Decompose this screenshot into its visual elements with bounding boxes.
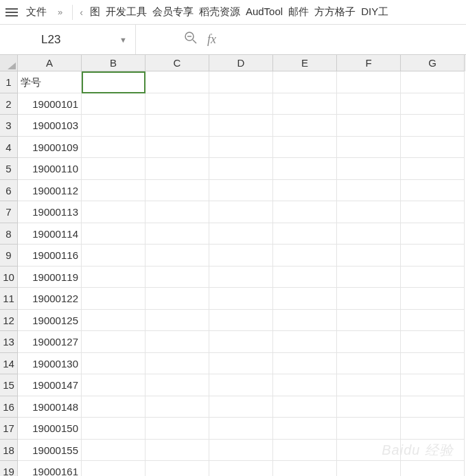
- cell-C1[interactable]: [145, 71, 209, 93]
- cell-B6[interactable]: [82, 180, 145, 202]
- cell-F10[interactable]: [337, 267, 401, 288]
- cell-B15[interactable]: [82, 374, 145, 396]
- cell-B19[interactable]: [82, 461, 145, 476]
- cell-E6[interactable]: [273, 180, 337, 202]
- row-header-9[interactable]: 9: [0, 245, 18, 267]
- cell-F4[interactable]: [337, 137, 401, 159]
- cell-F16[interactable]: [337, 396, 401, 418]
- cell-D3[interactable]: [209, 115, 273, 137]
- cell-F17[interactable]: [337, 418, 401, 440]
- cell-G7[interactable]: [401, 201, 465, 223]
- cell-E13[interactable]: [273, 331, 337, 353]
- cell-C2[interactable]: [145, 93, 209, 115]
- cell-F12[interactable]: [337, 310, 401, 332]
- cell-G17[interactable]: [401, 418, 465, 440]
- cell-G2[interactable]: [401, 93, 465, 115]
- cell-D18[interactable]: [209, 440, 273, 462]
- cell-C5[interactable]: [145, 158, 209, 180]
- cell-B18[interactable]: [82, 440, 145, 462]
- ribbon-tab-3[interactable]: 稻壳资源: [196, 5, 243, 19]
- cell-C11[interactable]: [145, 288, 209, 310]
- hamburger-icon[interactable]: [4, 8, 19, 16]
- cell-G9[interactable]: [401, 245, 465, 267]
- cell-B11[interactable]: [82, 288, 145, 310]
- cell-E17[interactable]: [273, 418, 337, 440]
- cell-A6[interactable]: 19000112: [18, 180, 82, 202]
- cell-G3[interactable]: [401, 115, 465, 137]
- cell-B10[interactable]: [82, 267, 145, 288]
- cell-B5[interactable]: [82, 158, 145, 180]
- cell-A19[interactable]: 19000161: [18, 461, 82, 476]
- cell-G18[interactable]: [401, 440, 465, 462]
- cell-E7[interactable]: [273, 201, 337, 223]
- cell-A18[interactable]: 19000155: [18, 440, 82, 462]
- col-header-C[interactable]: C: [145, 55, 209, 71]
- cell-B4[interactable]: [82, 137, 145, 159]
- col-header-D[interactable]: D: [209, 55, 273, 71]
- cell-E15[interactable]: [273, 374, 337, 396]
- cell-A12[interactable]: 19000125: [18, 310, 82, 332]
- row-header-8[interactable]: 8: [0, 223, 18, 245]
- cell-B8[interactable]: [82, 223, 145, 245]
- cell-E4[interactable]: [273, 137, 337, 159]
- row-header-5[interactable]: 5: [0, 158, 18, 180]
- row-header-14[interactable]: 14: [0, 353, 18, 375]
- cell-B14[interactable]: [82, 353, 145, 375]
- cell-F5[interactable]: [337, 158, 401, 180]
- cell-E3[interactable]: [273, 115, 337, 137]
- cell-G4[interactable]: [401, 137, 465, 159]
- cell-A14[interactable]: 19000130: [18, 353, 82, 375]
- cell-C4[interactable]: [145, 137, 209, 159]
- cell-D1[interactable]: [209, 71, 273, 93]
- cell-C18[interactable]: [145, 440, 209, 462]
- ribbon-tab-6[interactable]: 方方格子: [312, 5, 358, 19]
- cell-G16[interactable]: [401, 396, 465, 418]
- cell-A5[interactable]: 19000110: [18, 158, 82, 180]
- ribbon-tab-1[interactable]: 开发工具: [103, 5, 150, 19]
- cell-D19[interactable]: [209, 461, 273, 476]
- cell-D2[interactable]: [209, 93, 273, 115]
- cell-D9[interactable]: [209, 245, 273, 267]
- cell-E10[interactable]: [273, 267, 337, 288]
- file-menu[interactable]: 文件: [22, 5, 51, 19]
- zoom-out-icon[interactable]: [184, 31, 198, 48]
- cell-E16[interactable]: [273, 396, 337, 418]
- cell-E8[interactable]: [273, 223, 337, 245]
- cell-A7[interactable]: 19000113: [18, 201, 82, 223]
- cell-E11[interactable]: [273, 288, 337, 310]
- row-header-15[interactable]: 15: [0, 374, 18, 396]
- cell-C8[interactable]: [145, 223, 209, 245]
- cell-A16[interactable]: 19000148: [18, 396, 82, 418]
- dropdown-icon[interactable]: ▼: [119, 36, 127, 44]
- row-header-19[interactable]: 19: [0, 461, 18, 476]
- cell-E5[interactable]: [273, 158, 337, 180]
- cell-D8[interactable]: [209, 223, 273, 245]
- cell-D6[interactable]: [209, 180, 273, 202]
- col-header-A[interactable]: A: [18, 55, 82, 71]
- cell-G8[interactable]: [401, 223, 465, 245]
- row-header-10[interactable]: 10: [0, 267, 18, 288]
- ribbon-tab-2[interactable]: 会员专享: [150, 5, 196, 19]
- cell-E19[interactable]: [273, 461, 337, 476]
- cell-A10[interactable]: 19000119: [18, 267, 82, 288]
- cell-D15[interactable]: [209, 374, 273, 396]
- cell-G14[interactable]: [401, 353, 465, 375]
- cell-F19[interactable]: [337, 461, 401, 476]
- row-header-3[interactable]: 3: [0, 115, 18, 137]
- ribbon-tab-5[interactable]: 邮件: [286, 5, 312, 19]
- row-header-17[interactable]: 17: [0, 418, 18, 440]
- cell-D11[interactable]: [209, 288, 273, 310]
- ribbon-tab-7[interactable]: DIY工: [358, 5, 391, 19]
- col-header-E[interactable]: E: [273, 55, 337, 71]
- cell-A13[interactable]: 19000127: [18, 331, 82, 353]
- cell-C13[interactable]: [145, 331, 209, 353]
- cell-B17[interactable]: [82, 418, 145, 440]
- row-header-4[interactable]: 4: [0, 137, 18, 159]
- cell-C6[interactable]: [145, 180, 209, 202]
- cell-G1[interactable]: [401, 71, 465, 93]
- cell-B2[interactable]: [82, 93, 145, 115]
- cell-C14[interactable]: [145, 353, 209, 375]
- cell-E12[interactable]: [273, 310, 337, 332]
- row-header-13[interactable]: 13: [0, 331, 18, 353]
- cell-F6[interactable]: [337, 180, 401, 202]
